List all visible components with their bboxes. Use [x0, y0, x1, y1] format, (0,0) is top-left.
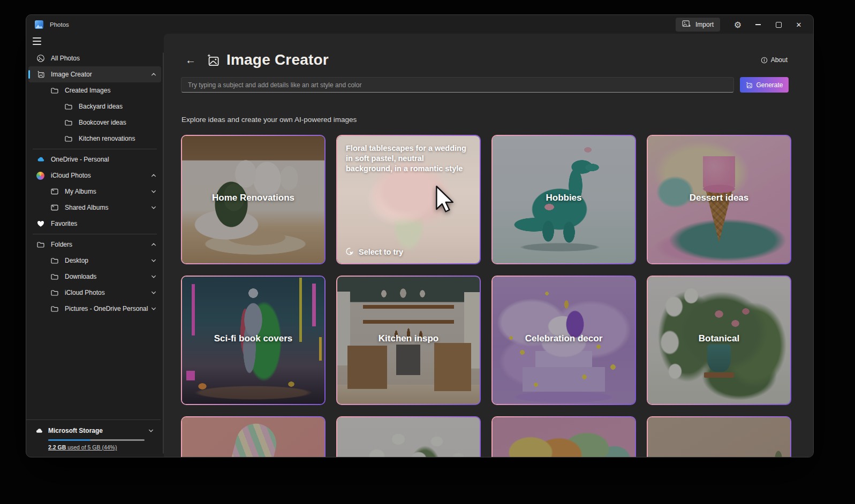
card-inner: Celebration decor [493, 277, 635, 404]
sidebar-item-created-images[interactable]: Created Images [28, 82, 161, 98]
close-button[interactable]: ✕ [789, 15, 809, 34]
card-inner: Kitchen inspo [337, 277, 480, 404]
card-inner: Home Renovations [182, 136, 324, 263]
storage-progress-bar [48, 439, 145, 441]
chevron-down-icon[interactable] [150, 257, 157, 264]
card-home-renovations[interactable]: Home Renovations [181, 135, 326, 264]
card-title: Hobbies [493, 193, 635, 203]
folder-icon [64, 102, 73, 111]
sidebar-item-downloads[interactable]: Downloads [28, 269, 161, 285]
sidebar-item-kitchen-renovations[interactable]: Kitchen renovations [28, 131, 161, 147]
card-title: Home Renovations [182, 193, 324, 203]
idea-cards-grid: Home RenovationsFloral tablescapes for a… [181, 135, 791, 457]
card-inner [493, 417, 635, 457]
sidebar-item-label: All Photos [51, 55, 80, 62]
card-macarons[interactable] [491, 416, 636, 457]
chevron-down-icon[interactable] [150, 273, 157, 280]
prompt-input[interactable] [181, 77, 734, 93]
photo-icon [36, 54, 45, 63]
card-scifi-book-covers[interactable]: Sci-fi book covers [181, 276, 326, 405]
chevron-down-icon[interactable] [150, 306, 157, 312]
card-kitchen-inspo[interactable]: Kitchen inspo [336, 276, 481, 405]
card-inner: Sci-fi book covers [182, 277, 324, 404]
navigation-menu-button[interactable] [33, 37, 41, 45]
import-icon [682, 20, 691, 29]
chevron-down-icon[interactable] [150, 204, 157, 211]
card-botanical[interactable]: Botanical [647, 276, 791, 405]
sidebar-item-label: Image Creator [51, 71, 92, 78]
card-pottery[interactable] [647, 416, 791, 457]
desktop-background: { "colors": { "accent_blue": "#4cc2ff", … [0, 0, 855, 504]
image-creator-icon [206, 53, 220, 67]
chevron-up-icon[interactable] [150, 71, 157, 78]
card-inner: Floral tablescapes for a wedding in soft… [337, 136, 480, 263]
card-white-flowers[interactable] [336, 416, 481, 457]
sidebar-item-label: OneDrive - Personal [51, 156, 109, 163]
page-header: ← Image Creator About [164, 48, 813, 72]
card-title: Celebration decor [493, 333, 635, 344]
gear-icon: ⚙ [734, 20, 741, 30]
generate-button[interactable]: Generate [740, 77, 789, 93]
import-button[interactable]: Import [676, 18, 720, 32]
explore-heading: Explore ideas and create your own AI-pow… [181, 116, 357, 124]
minimize-icon [755, 24, 761, 25]
card-title: Botanical [648, 333, 790, 344]
settings-button[interactable]: ⚙ [728, 15, 748, 34]
card-floral-tablescapes[interactable]: Floral tablescapes for a wedding in soft… [336, 135, 481, 264]
storage-usage-text[interactable]: 2.2 GB used of 5 GB (44%) [48, 444, 154, 450]
sidebar-item-pictures-onedrive-personal[interactable]: Pictures - OneDrive Personal [28, 301, 161, 317]
sidebar-item-label: Shared Albums [65, 204, 108, 211]
titlebar[interactable]: Photos Import ⚙ ✕ [26, 15, 813, 34]
photos-app-window: Photos Import ⚙ ✕ All PhotosImage Creato… [26, 14, 814, 457]
sidebar-item-backyard-ideas[interactable]: Backyard ideas [28, 98, 161, 114]
sidebar-item-shared-albums[interactable]: Shared Albums [28, 200, 161, 216]
selection-accent [28, 70, 30, 79]
card-inner: Hobbies [493, 136, 635, 263]
app-title: Photos [50, 21, 69, 28]
card-inner: Dessert ideas [648, 136, 790, 263]
sidebar-item-icloud-photos[interactable]: iCloud Photos [28, 167, 161, 184]
chevron-down-icon[interactable] [150, 289, 157, 296]
photos-app-icon [35, 20, 43, 29]
sidebar-item-desktop[interactable]: Desktop [28, 253, 161, 269]
sidebar-separator [33, 149, 157, 149]
storage-label: Microsoft Storage [48, 427, 103, 434]
maximize-button[interactable] [768, 15, 789, 34]
card-hobbies[interactable]: Hobbies [491, 135, 636, 264]
album-icon [50, 187, 59, 196]
chevron-down-icon[interactable] [150, 188, 157, 195]
sidebar-item-my-albums[interactable]: My Albums [28, 184, 161, 200]
back-button[interactable]: ← [185, 55, 196, 65]
card-soft-serve[interactable] [181, 416, 326, 457]
folder-icon [50, 288, 59, 297]
prompt-row: Generate [181, 77, 789, 93]
sidebar-item-icloud-photos-folder[interactable]: iCloud Photos [28, 285, 161, 301]
sidebar-item-onedrive-personal[interactable]: OneDrive - Personal [28, 151, 161, 167]
sidebar-item-image-creator[interactable]: Image Creator [28, 66, 161, 82]
sidebar-item-label: Backyard ideas [79, 103, 123, 110]
chevron-up-icon[interactable] [150, 241, 157, 248]
select-cursor-icon [345, 247, 354, 256]
sidebar-list: All PhotosImage CreatorCreated ImagesBac… [28, 50, 161, 317]
sidebar-item-favorites[interactable]: Favorites [28, 216, 161, 232]
card-inner [337, 417, 480, 457]
select-to-try[interactable]: Select to try [345, 247, 403, 256]
card-inner: Botanical [648, 277, 790, 404]
page-title: Image Creator [226, 51, 329, 68]
sidebar-item-label: Downloads [65, 273, 96, 280]
sidebar-item-label: Kitchen renovations [79, 135, 135, 142]
storage-row[interactable]: Microsoft Storage [35, 426, 154, 435]
minimize-button[interactable] [748, 15, 768, 34]
chevron-up-icon[interactable] [150, 172, 157, 179]
sidebar-item-folders[interactable]: Folders [28, 236, 161, 253]
sidebar-item-bookcover-ideas[interactable]: Bookcover ideas [28, 114, 161, 131]
card-dessert-ideas[interactable]: Dessert ideas [647, 135, 791, 264]
about-button[interactable]: About [761, 56, 788, 64]
import-label: Import [695, 21, 714, 28]
card-dim-overlay [493, 417, 635, 457]
card-dim-overlay [182, 417, 324, 457]
card-celebration-decor[interactable]: Celebration decor [491, 276, 636, 405]
chevron-down-icon[interactable] [148, 427, 154, 434]
sidebar-item-all-photos[interactable]: All Photos [28, 50, 161, 66]
album-icon [50, 203, 59, 212]
